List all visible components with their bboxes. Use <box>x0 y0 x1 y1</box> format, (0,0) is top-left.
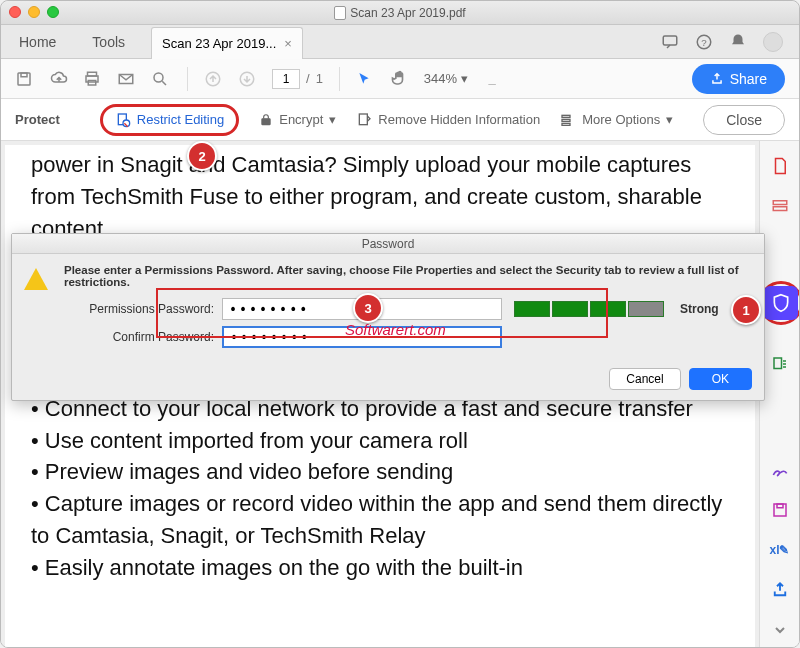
warning-icon <box>24 266 48 290</box>
svg-rect-19 <box>773 201 787 205</box>
tab-home[interactable]: Home <box>1 25 74 58</box>
cancel-button[interactable]: Cancel <box>609 368 680 390</box>
hand-pan-icon[interactable] <box>390 69 410 89</box>
chevron-down-icon[interactable] <box>769 619 791 641</box>
window-maximize-icon[interactable] <box>47 6 59 18</box>
window-traffic-lights[interactable] <box>9 6 59 18</box>
callout-3: 3 <box>353 293 383 323</box>
dialog-message: Please enter a Permissions Password. Aft… <box>64 264 748 288</box>
restrict-page-icon <box>115 111 131 129</box>
callout-1: 1 <box>731 295 761 325</box>
window-close-icon[interactable] <box>9 6 21 18</box>
chevron-down-icon: ▾ <box>461 71 468 86</box>
organize-icon[interactable]: xl✎ <box>769 539 791 561</box>
svg-rect-4 <box>21 73 27 77</box>
main-toolbar: / 1 344% ▾ _ Share <box>1 59 799 99</box>
page-current-input[interactable] <box>272 69 300 89</box>
save-disk-icon[interactable] <box>15 70 35 88</box>
callout-ring-1 <box>759 281 800 325</box>
share-up-icon[interactable] <box>769 579 791 601</box>
page-sep: / <box>306 71 310 86</box>
remove-hidden-button[interactable]: Remove Hidden Information <box>356 111 540 129</box>
prev-page-icon[interactable] <box>204 70 224 88</box>
print-icon[interactable] <box>83 70 103 88</box>
options-icon <box>560 112 576 128</box>
mac-title-bar: Scan 23 Apr 2019.pdf <box>1 1 799 25</box>
svg-rect-22 <box>774 504 786 516</box>
permissions-password-row: Permissions Password: Strong <box>64 298 748 320</box>
page-total: 1 <box>316 71 323 86</box>
restrict-editing-label: Restrict Editing <box>137 112 224 127</box>
separator <box>339 67 340 91</box>
next-page-icon[interactable] <box>238 70 258 88</box>
dialog-buttons: Cancel OK <box>12 364 764 400</box>
svg-rect-16 <box>562 115 570 117</box>
window-title: Scan 23 Apr 2019.pdf <box>334 6 465 20</box>
svg-rect-21 <box>774 358 782 369</box>
close-tab-icon[interactable]: × <box>284 36 292 51</box>
cloud-upload-icon[interactable] <box>49 70 69 88</box>
restrict-editing-button[interactable]: Restrict Editing <box>115 111 224 129</box>
callout-ring-2: Restrict Editing <box>100 104 239 136</box>
sign-icon[interactable] <box>769 459 791 481</box>
chevron-down-icon: ▾ <box>666 112 673 127</box>
comments-icon[interactable] <box>661 33 679 51</box>
share-button[interactable]: Share <box>692 64 785 94</box>
doc-bullet: • Preview images and video before sendin… <box>31 456 729 488</box>
tab-tools[interactable]: Tools <box>74 25 143 58</box>
window-title-text: Scan 23 Apr 2019.pdf <box>350 6 465 20</box>
tab-file-open[interactable]: Scan 23 Apr 2019... × <box>151 27 303 59</box>
more-options-label: More Options <box>582 112 660 127</box>
protect-close-button[interactable]: Close <box>703 105 785 135</box>
confirm-password-label: Confirm Password: <box>64 330 214 344</box>
svg-text:?: ? <box>701 36 707 47</box>
svg-rect-23 <box>777 504 783 508</box>
encrypt-label: Encrypt <box>279 112 323 127</box>
export-icon[interactable] <box>769 353 791 375</box>
doc-bullet: • Capture images or record video within … <box>31 488 729 552</box>
dialog-title: Password <box>12 234 764 254</box>
svg-point-9 <box>154 73 163 82</box>
protect-toolbar: Protect Restrict Editing Encrypt ▾ Remov… <box>1 99 799 141</box>
ok-button[interactable]: OK <box>689 368 752 390</box>
zoom-select[interactable]: 344% ▾ <box>424 71 468 86</box>
doc-bullet: • Easily annotate images on the go with … <box>31 552 729 584</box>
doc-paragraph: power in Snagit and Camtasia? Simply upl… <box>31 149 729 245</box>
pdf-file-icon <box>334 6 346 20</box>
remove-hidden-label: Remove Hidden Information <box>378 112 540 127</box>
protect-panel-label: Protect <box>15 112 60 127</box>
separator <box>187 67 188 91</box>
chevron-down-icon: ▾ <box>329 112 336 127</box>
svg-rect-18 <box>562 123 570 125</box>
callout-2: 2 <box>187 141 217 171</box>
file-pdf-icon[interactable] <box>769 155 791 177</box>
zoom-underline-icon[interactable]: _ <box>482 71 502 86</box>
pointer-icon[interactable] <box>356 70 376 88</box>
zoom-value: 344% <box>424 71 457 86</box>
protect-rail-slot <box>759 281 800 325</box>
more-options-button[interactable]: More Options ▾ <box>560 112 673 128</box>
share-label: Share <box>730 71 767 87</box>
notifications-bell-icon[interactable] <box>729 33 747 51</box>
password-dialog: Password Please enter a Permissions Pass… <box>11 233 765 401</box>
svg-rect-14 <box>262 118 270 124</box>
combine-icon[interactable] <box>769 195 791 217</box>
permissions-password-label: Permissions Password: <box>64 302 214 316</box>
help-icon[interactable]: ? <box>695 33 713 51</box>
svg-rect-20 <box>773 207 787 211</box>
password-strength-label: Strong <box>680 302 719 316</box>
svg-rect-0 <box>663 36 677 45</box>
window-minimize-icon[interactable] <box>28 6 40 18</box>
share-icon <box>710 72 724 86</box>
protect-shield-icon[interactable] <box>764 286 798 320</box>
page-indicator[interactable]: / 1 <box>272 69 323 89</box>
hidden-info-icon <box>356 111 372 129</box>
svg-rect-3 <box>18 73 30 85</box>
avatar[interactable] <box>763 32 783 52</box>
mail-icon[interactable] <box>117 70 137 88</box>
password-strength-meter <box>514 301 664 317</box>
file-tab-label: Scan 23 Apr 2019... <box>162 36 276 51</box>
encrypt-button[interactable]: Encrypt ▾ <box>259 112 336 128</box>
save-icon[interactable] <box>769 499 791 521</box>
magnifier-icon[interactable] <box>151 70 171 88</box>
